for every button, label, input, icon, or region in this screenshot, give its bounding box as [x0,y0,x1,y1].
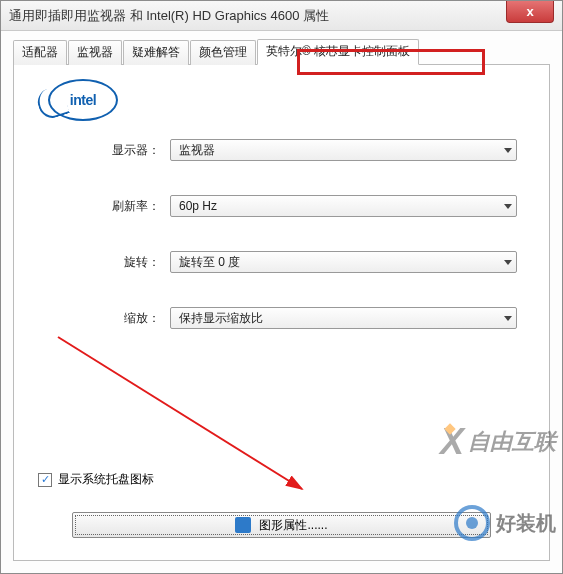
tray-icon-label: 显示系统托盘图标 [58,471,154,488]
chevron-down-icon [504,260,512,265]
row-scaling: 缩放： 保持显示缩放比 [96,307,517,329]
window-title: 通用即插即用监视器 和 Intel(R) HD Graphics 4600 属性 [9,7,329,25]
properties-dialog: 通用即插即用监视器 和 Intel(R) HD Graphics 4600 属性… [0,0,563,574]
row-rotation: 旋转： 旋转至 0 度 [96,251,517,273]
tray-icon-checkbox[interactable]: ✓ [38,473,52,487]
scaling-combo[interactable]: 保持显示缩放比 [170,307,517,329]
svg-line-0 [58,337,302,489]
settings-form: 显示器： 监视器 刷新率： 60p Hz 旋转： [96,139,517,329]
rotation-value: 旋转至 0 度 [179,254,240,271]
chevron-down-icon [504,316,512,321]
client-area: 适配器 监视器 疑难解答 颜色管理 英特尔® 核芯显卡控制面板 intel 显示… [1,31,562,571]
display-combo[interactable]: 监视器 [170,139,517,161]
tab-panel: intel 显示器： 监视器 刷新率： 60p Hz [13,65,550,561]
bottom-button-area: 图形属性...... [72,512,491,538]
scaling-value: 保持显示缩放比 [179,310,263,327]
titlebar[interactable]: 通用即插即用监视器 和 Intel(R) HD Graphics 4600 属性… [1,1,562,31]
tab-intel-graphics-panel[interactable]: 英特尔® 核芯显卡控制面板 [257,39,419,65]
refresh-label: 刷新率： [96,198,160,215]
graphics-properties-label: 图形属性...... [259,517,327,534]
intel-logo: intel [48,79,118,121]
refresh-value: 60p Hz [179,199,217,213]
row-display: 显示器： 监视器 [96,139,517,161]
refresh-combo[interactable]: 60p Hz [170,195,517,217]
tabstrip: 适配器 监视器 疑难解答 颜色管理 英特尔® 核芯显卡控制面板 [13,41,550,65]
close-button[interactable]: x [506,1,554,23]
scaling-label: 缩放： [96,310,160,327]
close-icon: x [526,4,533,19]
graphics-properties-button[interactable]: 图形属性...... [72,512,491,538]
row-refresh: 刷新率： 60p Hz [96,195,517,217]
display-value: 监视器 [179,142,215,159]
rotation-combo[interactable]: 旋转至 0 度 [170,251,517,273]
tab-monitor[interactable]: 监视器 [68,40,122,65]
chevron-down-icon [504,204,512,209]
rotation-label: 旋转： [96,254,160,271]
tab-adapter[interactable]: 适配器 [13,40,67,65]
monitor-icon [235,517,251,533]
tray-icon-checkbox-row: ✓ 显示系统托盘图标 [38,471,154,488]
tab-troubleshoot[interactable]: 疑难解答 [123,40,189,65]
check-icon: ✓ [41,474,50,485]
display-label: 显示器： [96,142,160,159]
tab-color-management[interactable]: 颜色管理 [190,40,256,65]
chevron-down-icon [504,148,512,153]
